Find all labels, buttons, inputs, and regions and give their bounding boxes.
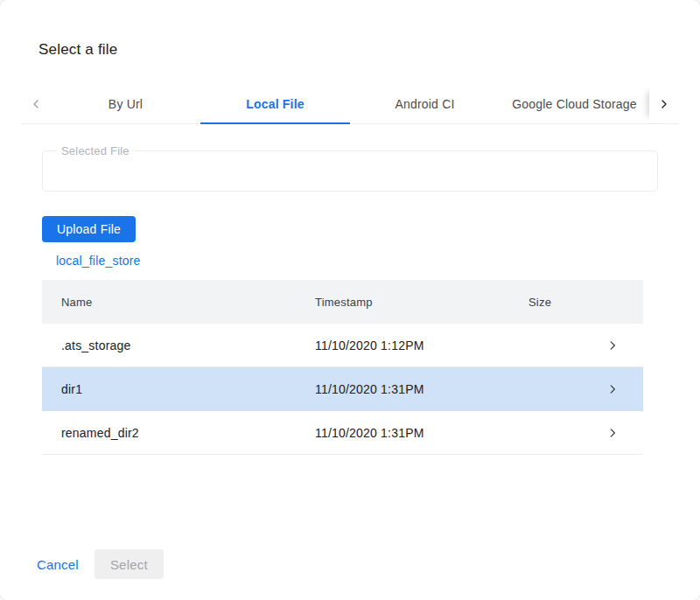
column-header-timestamp: Timestamp bbox=[315, 296, 528, 309]
row-timestamp: 11/10/2020 1:31PM bbox=[315, 382, 528, 396]
tab-android-ci[interactable]: Android CI bbox=[350, 85, 500, 123]
tab-panel-local-file: Selected File Upload File local_file_sto… bbox=[0, 150, 700, 455]
chevron-right-icon bbox=[657, 97, 671, 111]
upload-file-button[interactable]: Upload File bbox=[42, 216, 136, 242]
tabs-scroll-right-button[interactable] bbox=[649, 85, 679, 123]
row-name: .ats_storage bbox=[61, 338, 315, 352]
table-row-ats-storage[interactable]: .ats_storage 11/10/2020 1:12PM bbox=[42, 324, 643, 367]
chevron-left-icon bbox=[29, 97, 43, 111]
selected-file-input[interactable] bbox=[43, 151, 657, 191]
tab-google-cloud-storage[interactable]: Google Cloud Storage bbox=[500, 85, 649, 123]
dialog-footer: Cancel Select bbox=[37, 549, 164, 579]
tab-local-file[interactable]: Local File bbox=[200, 85, 350, 123]
chevron-right-icon[interactable] bbox=[598, 383, 619, 395]
selected-file-label: Selected File bbox=[57, 144, 134, 157]
row-name: renamed_dir2 bbox=[61, 426, 315, 440]
row-name: dir1 bbox=[61, 382, 315, 396]
selected-file-field[interactable]: Selected File bbox=[42, 150, 658, 192]
dialog-title: Select a file bbox=[38, 40, 700, 59]
local-file-store-link[interactable]: local_file_store bbox=[56, 254, 141, 268]
tab-label: Google Cloud Storage bbox=[512, 97, 637, 111]
tabs-scroll-left-button[interactable] bbox=[21, 85, 51, 123]
cancel-button[interactable]: Cancel bbox=[37, 557, 79, 572]
chevron-right-icon[interactable] bbox=[598, 339, 619, 352]
tab-label: By Url bbox=[108, 97, 143, 111]
column-header-name: Name bbox=[61, 296, 315, 309]
tab-label: Android CI bbox=[395, 97, 454, 111]
tab-bar: By Url Local File Android CI Google Clou… bbox=[21, 85, 679, 124]
select-file-dialog: Select a file By Url Local File Android … bbox=[0, 0, 700, 600]
file-table: Name Timestamp Size .ats_storage 11/10/2… bbox=[42, 280, 643, 455]
column-header-size: Size bbox=[528, 296, 598, 309]
table-header-row: Name Timestamp Size bbox=[42, 280, 643, 324]
row-timestamp: 11/10/2020 1:31PM bbox=[315, 426, 528, 440]
tab-by-url[interactable]: By Url bbox=[51, 85, 200, 123]
tab-label: Local File bbox=[246, 97, 304, 111]
chevron-right-icon[interactable] bbox=[598, 427, 619, 439]
table-row-renamed-dir2[interactable]: renamed_dir2 11/10/2020 1:31PM bbox=[42, 411, 643, 455]
select-button[interactable]: Select bbox=[94, 549, 164, 579]
table-row-dir1[interactable]: dir1 11/10/2020 1:31PM bbox=[42, 367, 643, 411]
row-timestamp: 11/10/2020 1:12PM bbox=[315, 338, 528, 352]
tab-list: By Url Local File Android CI Google Clou… bbox=[51, 85, 649, 123]
